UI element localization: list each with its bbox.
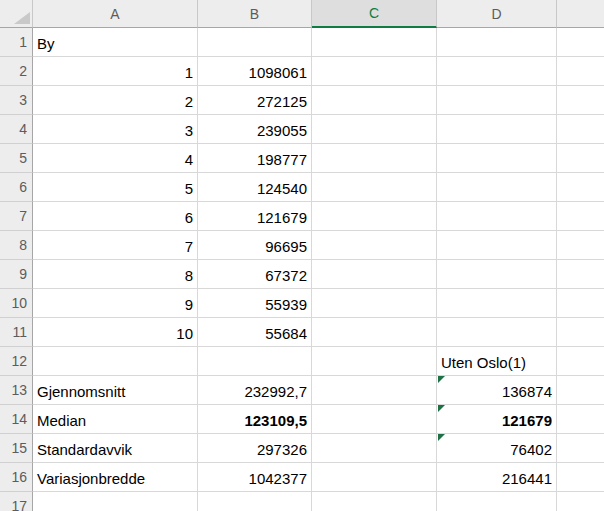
cell-D8[interactable] (437, 231, 557, 260)
cell-D5[interactable] (437, 144, 557, 173)
cell-B12[interactable] (198, 347, 312, 376)
cell-D2[interactable] (437, 57, 557, 86)
cell-D14[interactable]: 121679 (437, 405, 557, 434)
cell-B9[interactable]: 67372 (198, 260, 312, 289)
cell-B6[interactable]: 124540 (198, 173, 312, 202)
cell-E12[interactable] (557, 347, 604, 376)
cell-A8[interactable]: 7 (33, 231, 198, 260)
cell-B1[interactable] (198, 28, 312, 57)
column-header-D[interactable]: D (437, 0, 557, 28)
row-header-1[interactable]: 1 (0, 28, 33, 57)
cell-A6[interactable]: 5 (33, 173, 198, 202)
cell-D10[interactable] (437, 289, 557, 318)
cell-E17[interactable] (557, 492, 604, 511)
cell-C8[interactable] (312, 231, 437, 260)
cell-D6[interactable] (437, 173, 557, 202)
row-header-17[interactable]: 17 (0, 492, 33, 511)
row-header-11[interactable]: 11 (0, 318, 33, 347)
cell-A9[interactable]: 8 (33, 260, 198, 289)
cell-E15[interactable] (557, 434, 604, 463)
cell-B11[interactable]: 55684 (198, 318, 312, 347)
cell-C4[interactable] (312, 115, 437, 144)
cell-C10[interactable] (312, 289, 437, 318)
row-header-3[interactable]: 3 (0, 86, 33, 115)
cell-A12[interactable] (33, 347, 198, 376)
row-header-5[interactable]: 5 (0, 144, 33, 173)
cell-C1[interactable] (312, 28, 437, 57)
cell-B10[interactable]: 55939 (198, 289, 312, 318)
cell-B14[interactable]: 123109,5 (198, 405, 312, 434)
cell-D1[interactable] (437, 28, 557, 57)
cell-A17[interactable] (33, 492, 198, 511)
cell-B7[interactable]: 121679 (198, 202, 312, 231)
cell-D7[interactable] (437, 202, 557, 231)
cell-A11[interactable]: 10 (33, 318, 198, 347)
select-all-button[interactable] (0, 0, 33, 28)
cell-A5[interactable]: 4 (33, 144, 198, 173)
cell-A16[interactable]: Variasjonbredde (33, 463, 198, 492)
cell-E6[interactable] (557, 173, 604, 202)
cell-C11[interactable] (312, 318, 437, 347)
column-header-A[interactable]: A (33, 0, 198, 28)
row-header-9[interactable]: 9 (0, 260, 33, 289)
cell-A2[interactable]: 1 (33, 57, 198, 86)
column-header-B[interactable]: B (198, 0, 312, 28)
row-header-4[interactable]: 4 (0, 115, 33, 144)
cell-A10[interactable]: 9 (33, 289, 198, 318)
row-header-12[interactable]: 12 (0, 347, 33, 376)
cell-E13[interactable] (557, 376, 604, 405)
row-header-2[interactable]: 2 (0, 57, 33, 86)
cell-C17[interactable] (312, 492, 437, 511)
cell-B13[interactable]: 232992,7 (198, 376, 312, 405)
row-header-7[interactable]: 7 (0, 202, 33, 231)
cell-A3[interactable]: 2 (33, 86, 198, 115)
cell-B8[interactable]: 96695 (198, 231, 312, 260)
cell-D13[interactable]: 136874 (437, 376, 557, 405)
cell-D9[interactable] (437, 260, 557, 289)
row-header-8[interactable]: 8 (0, 231, 33, 260)
cell-A15[interactable]: Standardavvik (33, 434, 198, 463)
cell-C7[interactable] (312, 202, 437, 231)
cell-D12[interactable]: Uten Oslo(1) (437, 347, 557, 376)
cell-E1[interactable] (557, 28, 604, 57)
cell-E9[interactable] (557, 260, 604, 289)
cell-D16[interactable]: 216441 (437, 463, 557, 492)
cell-E16[interactable] (557, 463, 604, 492)
cell-A7[interactable]: 6 (33, 202, 198, 231)
column-header-partial[interactable] (557, 0, 604, 28)
cell-E8[interactable] (557, 231, 604, 260)
cell-D17[interactable] (437, 492, 557, 511)
row-header-6[interactable]: 6 (0, 173, 33, 202)
cell-D15[interactable]: 76402 (437, 434, 557, 463)
cell-A13[interactable]: Gjennomsnitt (33, 376, 198, 405)
cell-B2[interactable]: 1098061 (198, 57, 312, 86)
cell-B3[interactable]: 272125 (198, 86, 312, 115)
cell-C15[interactable] (312, 434, 437, 463)
cell-C13[interactable] (312, 376, 437, 405)
row-header-14[interactable]: 14 (0, 405, 33, 434)
cell-D4[interactable] (437, 115, 557, 144)
cell-C9[interactable] (312, 260, 437, 289)
cell-C5[interactable] (312, 144, 437, 173)
cell-A4[interactable]: 3 (33, 115, 198, 144)
cell-C12[interactable] (312, 347, 437, 376)
cell-E2[interactable] (557, 57, 604, 86)
row-header-16[interactable]: 16 (0, 463, 33, 492)
cell-B4[interactable]: 239055 (198, 115, 312, 144)
cell-B15[interactable]: 297326 (198, 434, 312, 463)
row-header-10[interactable]: 10 (0, 289, 33, 318)
cell-E7[interactable] (557, 202, 604, 231)
cell-C6[interactable] (312, 173, 437, 202)
cell-E5[interactable] (557, 144, 604, 173)
cell-B5[interactable]: 198777 (198, 144, 312, 173)
cell-B17[interactable] (198, 492, 312, 511)
row-header-15[interactable]: 15 (0, 434, 33, 463)
row-header-13[interactable]: 13 (0, 376, 33, 405)
cell-A1[interactable]: By (33, 28, 198, 57)
cell-D11[interactable] (437, 318, 557, 347)
cell-A14[interactable]: Median (33, 405, 198, 434)
cell-C14[interactable] (312, 405, 437, 434)
cell-B16[interactable]: 1042377 (198, 463, 312, 492)
cell-E4[interactable] (557, 115, 604, 144)
cell-E11[interactable] (557, 318, 604, 347)
